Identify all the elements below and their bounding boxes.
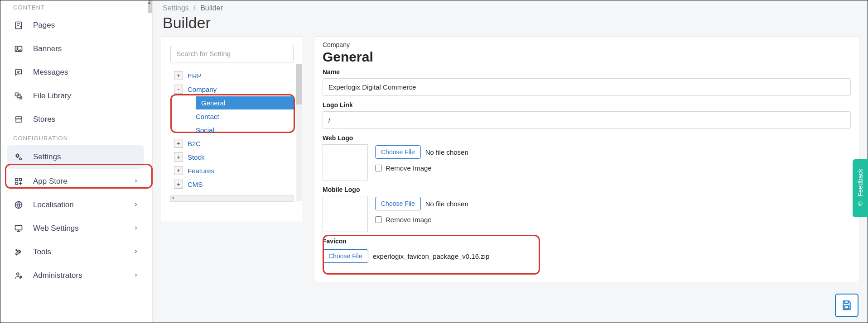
mobile-logo-file-status: No file chosen xyxy=(425,200,468,208)
globe-icon xyxy=(13,200,24,210)
apps-icon xyxy=(13,176,24,187)
tree-node-label: CMS xyxy=(188,180,203,188)
tree-node-social[interactable]: Social xyxy=(170,123,294,137)
sidebar-item-web-settings[interactable]: Web Settings xyxy=(0,217,148,240)
tree-horizontal-scrollbar[interactable] xyxy=(170,195,294,202)
sidebar-item-label: Tools xyxy=(33,247,51,256)
mobile-logo-label: Mobile Logo xyxy=(323,186,851,193)
sidebar-item-label: Administrators xyxy=(33,271,82,280)
store-icon xyxy=(13,114,24,125)
web-logo-choose-file-button[interactable]: Choose File xyxy=(375,145,421,159)
feedback-tab[interactable]: Feedback ☺ xyxy=(853,159,868,217)
remove-image-label: Remove Image xyxy=(386,216,432,223)
settings-tree-panel: + ERP - Company General Contact Social xyxy=(161,36,303,222)
gears-icon xyxy=(13,152,24,162)
tools-icon xyxy=(13,247,24,257)
name-label: Name xyxy=(323,68,851,76)
tree-node-stock[interactable]: + Stock xyxy=(170,150,294,164)
cloud-files-icon xyxy=(13,90,24,101)
message-icon xyxy=(13,67,24,78)
svg-point-5 xyxy=(16,155,19,157)
svg-point-2 xyxy=(17,48,18,49)
tree-node-label: ERP xyxy=(188,72,202,80)
sidebar-item-localisation[interactable]: Localisation xyxy=(0,193,148,217)
sidebar-item-messages[interactable]: Messages xyxy=(0,61,148,84)
web-logo-label: Web Logo xyxy=(323,134,851,142)
remove-image-label: Remove Image xyxy=(386,164,432,172)
breadcrumb: Settings / Builder xyxy=(161,2,859,13)
sidebar-item-label: Settings xyxy=(33,152,61,162)
tree-expand-icon[interactable]: + xyxy=(174,152,183,162)
svg-rect-7 xyxy=(15,178,18,180)
tree-node-label: Stock xyxy=(188,153,205,161)
sidebar-item-label: Web Settings xyxy=(33,224,79,233)
logo-link-label: Logo Link xyxy=(323,101,851,109)
chevron-right-icon xyxy=(133,271,139,280)
tree-node-erp[interactable]: + ERP xyxy=(170,69,294,82)
image-icon xyxy=(13,43,24,54)
svg-rect-11 xyxy=(15,225,22,230)
save-button[interactable] xyxy=(835,294,858,317)
svg-point-6 xyxy=(19,158,21,160)
svg-rect-14 xyxy=(845,306,849,309)
tree-node-label: Contact xyxy=(196,113,219,120)
search-setting-input[interactable] xyxy=(170,45,294,62)
sidebar-item-label: Localisation xyxy=(33,200,74,209)
tree-node-label: Company xyxy=(188,86,217,93)
svg-point-13 xyxy=(20,276,21,278)
sidebar-item-tools[interactable]: Tools xyxy=(0,240,148,264)
tree-node-contact[interactable]: Contact xyxy=(170,109,294,123)
logo-link-input[interactable] xyxy=(323,111,851,129)
favicon-file-name: experlogix_favicon_package_v0.16.zip xyxy=(373,252,490,260)
tree-vertical-scrollbar[interactable]: ▴ xyxy=(296,64,302,201)
mobile-logo-remove-checkbox-row[interactable]: Remove Image xyxy=(375,216,468,223)
chevron-right-icon xyxy=(133,247,139,256)
tree-expand-icon[interactable]: + xyxy=(174,166,183,175)
save-icon xyxy=(841,299,853,311)
favicon-choose-file-button[interactable]: Choose File xyxy=(323,249,368,263)
web-logo-preview xyxy=(323,144,368,180)
tree-node-cms[interactable]: + CMS xyxy=(170,177,294,191)
sidebar-item-label: App Store xyxy=(33,177,68,186)
smile-icon: ☺ xyxy=(857,200,864,208)
form-super-header: Company xyxy=(323,41,851,48)
main-content: Settings / Builder Builder + ERP - Compa… xyxy=(153,0,868,323)
svg-rect-8 xyxy=(19,178,22,180)
breadcrumb-current: Builder xyxy=(200,4,223,12)
tree-node-b2c[interactable]: + B2C xyxy=(170,137,294,150)
web-logo-remove-checkbox[interactable] xyxy=(375,165,382,171)
sidebar-item-stores[interactable]: Stores xyxy=(0,108,148,131)
sidebar-section-configuration: CONFIGURATION xyxy=(0,131,148,144)
tree-expand-icon[interactable]: + xyxy=(174,180,183,189)
tree-expand-icon[interactable]: + xyxy=(174,71,183,80)
sidebar-item-administrators[interactable]: Administrators xyxy=(0,264,148,287)
sidebar-item-file-library[interactable]: File Library xyxy=(0,84,148,108)
tree-node-company[interactable]: - Company xyxy=(170,82,294,96)
tree-node-general[interactable]: General xyxy=(170,96,294,109)
tree-collapse-icon[interactable]: - xyxy=(174,85,183,94)
sidebar-item-app-store[interactable]: App Store xyxy=(0,170,148,193)
svg-point-12 xyxy=(17,273,19,275)
page-title: Builder xyxy=(161,13,859,36)
tree-node-label: Features xyxy=(188,167,214,175)
settings-tree: + ERP - Company General Contact Social xyxy=(170,69,294,191)
mobile-logo-remove-checkbox[interactable] xyxy=(375,216,382,223)
tree-node-features[interactable]: + Features xyxy=(170,164,294,177)
tree-expand-icon[interactable]: + xyxy=(174,139,183,148)
svg-rect-9 xyxy=(15,182,18,185)
sidebar-item-settings[interactable]: Settings xyxy=(7,145,144,169)
breadcrumb-sep: / xyxy=(193,4,195,12)
sidebar-scrollbar[interactable]: ▴ xyxy=(148,0,152,13)
mobile-logo-choose-file-button[interactable]: Choose File xyxy=(375,197,421,210)
sidebar-section-content: CONTENT xyxy=(0,0,148,14)
sidebar-item-label: Messages xyxy=(33,68,68,77)
breadcrumb-root[interactable]: Settings xyxy=(163,4,189,12)
sidebar-item-label: Banners xyxy=(33,44,62,53)
web-logo-remove-checkbox-row[interactable]: Remove Image xyxy=(375,164,468,172)
tree-node-label: Social xyxy=(196,126,214,134)
name-input[interactable] xyxy=(323,78,851,96)
sidebar-item-pages[interactable]: Pages xyxy=(0,14,148,37)
feedback-label: Feedback xyxy=(857,169,864,196)
chevron-right-icon xyxy=(133,224,139,233)
sidebar-item-banners[interactable]: Banners xyxy=(0,37,148,61)
